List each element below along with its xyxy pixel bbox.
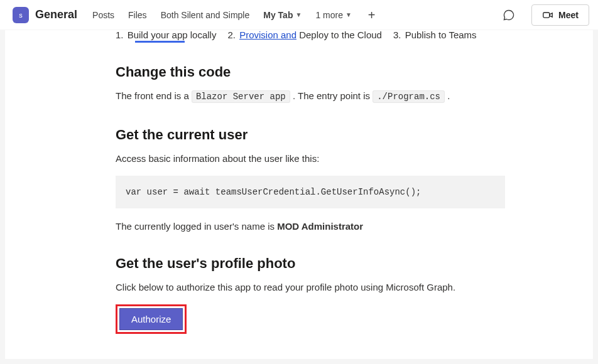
tab-strip: Posts Files Both Silent and Simple My Ta… xyxy=(92,8,378,23)
code-get-user: var user = await teamsUserCredential.Get… xyxy=(116,176,505,208)
tab-more[interactable]: 1 more ▼ xyxy=(315,8,351,23)
step-3[interactable]: 3. Publish to Teams xyxy=(393,30,477,40)
add-tab-button[interactable]: + xyxy=(366,9,378,21)
heading-change-code: Change this code xyxy=(116,64,505,80)
step-nav: 1. Build your app locally 2. Provision a… xyxy=(116,30,505,40)
step-2[interactable]: 2. Provision and Deploy to the Cloud xyxy=(227,30,382,40)
meet-button[interactable]: Meet xyxy=(531,4,589,26)
tab-files[interactable]: Files xyxy=(128,8,147,23)
video-icon xyxy=(542,9,553,21)
tab-scroll[interactable]: 1. Build your app locally 2. Provision a… xyxy=(5,30,593,359)
tab-my-tab-label: My Tab xyxy=(263,10,293,20)
meet-label: Meet xyxy=(558,10,579,20)
channel-title: General xyxy=(35,8,77,21)
conversation-icon[interactable] xyxy=(499,5,519,25)
photo-intro: Click below to authorize this app to rea… xyxy=(116,281,505,294)
code-blazor: Blazor Server app xyxy=(192,90,290,103)
heading-profile-photo: Get the user's profile photo xyxy=(116,255,505,272)
chevron-down-icon: ▼ xyxy=(295,11,302,18)
tab-my-tab[interactable]: My Tab ▼ xyxy=(263,8,302,23)
tab-posts[interactable]: Posts xyxy=(92,8,114,23)
chevron-down-icon: ▼ xyxy=(345,11,352,18)
change-code-text: The front end is a Blazor Server app . T… xyxy=(116,89,505,103)
app-avatar: s xyxy=(13,7,29,23)
authorize-button[interactable]: Authorize xyxy=(119,308,183,330)
code-program: ./Program.cs xyxy=(372,90,445,103)
heading-get-user: Get the current user xyxy=(116,127,505,143)
channel-header: s General Posts Files Both Silent and Si… xyxy=(0,0,598,30)
doc-body: 1. Build your app locally 2. Provision a… xyxy=(116,30,505,334)
logged-in-line: The currently logged in user's name is M… xyxy=(116,221,505,232)
tab-more-label: 1 more xyxy=(315,10,343,20)
svg-rect-0 xyxy=(543,12,550,17)
step-1[interactable]: 1. Build your app locally xyxy=(116,30,216,40)
tab-both-silent-simple[interactable]: Both Silent and Simple xyxy=(161,8,250,23)
get-user-intro: Access basic information about the user … xyxy=(116,152,505,166)
authorize-highlight: Authorize xyxy=(116,304,187,334)
logged-user-name: MOD Administrator xyxy=(277,221,363,232)
tab-content: 1. Build your app locally 2. Provision a… xyxy=(5,30,593,359)
